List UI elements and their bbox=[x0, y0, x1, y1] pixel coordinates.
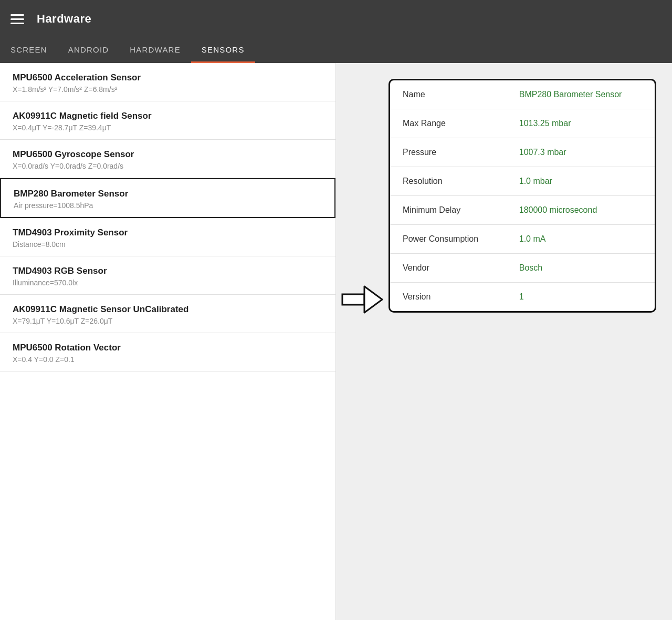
detail-row: Vendor Bosch bbox=[390, 254, 655, 283]
detail-row: Power Consumption 1.0 mA bbox=[390, 225, 655, 254]
sensor-name: TMD4903 RGB Sensor bbox=[13, 266, 323, 276]
detail-card: Name BMP280 Barometer Sensor Max Range 1… bbox=[388, 79, 656, 313]
detail-label: Name bbox=[390, 80, 507, 109]
detail-row: Pressure 1007.3 mbar bbox=[390, 138, 655, 167]
sensor-value: Distance=8.0cm bbox=[13, 240, 323, 249]
detail-value: 1 bbox=[507, 283, 655, 312]
sensor-value: Air pressure=1008.5hPa bbox=[14, 201, 322, 210]
detail-label: Vendor bbox=[390, 254, 507, 283]
sensor-name: MPU6500 Acceleration Sensor bbox=[13, 73, 323, 83]
sensor-list-item[interactable]: MPU6500 Gyroscope Sensor X=0.0rad/s Y=0.… bbox=[0, 140, 335, 178]
tabs-bar: SCREEN ANDROID HARDWARE SENSORS bbox=[0, 38, 672, 63]
sensor-list-item[interactable]: TMD4903 Proximity Sensor Distance=8.0cm bbox=[0, 218, 335, 256]
tab-screen[interactable]: SCREEN bbox=[0, 38, 58, 63]
sensor-name: MPU6500 Rotation Vector bbox=[13, 343, 323, 353]
arrow-container bbox=[336, 63, 388, 620]
detail-value: 1.0 mbar bbox=[507, 167, 655, 196]
detail-value: 1007.3 mbar bbox=[507, 138, 655, 167]
detail-value: 180000 microsecond bbox=[507, 196, 655, 225]
sensor-name: AK09911C Magnetic Sensor UnCalibrated bbox=[13, 304, 323, 315]
sensor-name: BMP280 Barometer Sensor bbox=[14, 189, 322, 199]
topbar: Hardware bbox=[0, 0, 672, 38]
sensor-value: Illuminance=570.0lx bbox=[13, 278, 323, 287]
detail-table: Name BMP280 Barometer Sensor Max Range 1… bbox=[390, 80, 655, 311]
svg-rect-0 bbox=[342, 294, 364, 305]
detail-row: Name BMP280 Barometer Sensor bbox=[390, 80, 655, 109]
detail-label: Minimum Delay bbox=[390, 196, 507, 225]
detail-label: Pressure bbox=[390, 138, 507, 167]
sensor-value: X=0.4μT Y=-28.7μT Z=39.4μT bbox=[13, 123, 323, 132]
detail-value: 1.0 mA bbox=[507, 225, 655, 254]
sensor-name: TMD4903 Proximity Sensor bbox=[13, 228, 323, 238]
detail-row: Max Range 1013.25 mbar bbox=[390, 109, 655, 138]
sensor-name: MPU6500 Gyroscope Sensor bbox=[13, 149, 323, 160]
detail-label: Power Consumption bbox=[390, 225, 507, 254]
sensor-name: AK09911C Magnetic field Sensor bbox=[13, 111, 323, 121]
sensor-value: X=0.0rad/s Y=0.0rad/s Z=0.0rad/s bbox=[13, 162, 323, 170]
detail-row: Version 1 bbox=[390, 283, 655, 312]
sensor-list-item[interactable]: AK09911C Magnetic field Sensor X=0.4μT Y… bbox=[0, 101, 335, 140]
menu-button[interactable] bbox=[10, 14, 24, 24]
detail-value: BMP280 Barometer Sensor bbox=[507, 80, 655, 109]
sensor-list-item[interactable]: MPU6500 Rotation Vector X=0.4 Y=0.0 Z=0.… bbox=[0, 333, 335, 371]
sensor-list-item[interactable]: TMD4903 RGB Sensor Illuminance=570.0lx bbox=[0, 256, 335, 295]
sensor-list-item[interactable]: MPU6500 Acceleration Sensor X=1.8m/s² Y=… bbox=[0, 63, 335, 101]
sensor-list-item[interactable]: BMP280 Barometer Sensor Air pressure=100… bbox=[0, 178, 335, 218]
topbar-title: Hardware bbox=[37, 12, 91, 26]
sensor-value: X=79.1μT Y=10.6μT Z=26.0μT bbox=[13, 317, 323, 325]
detail-row: Resolution 1.0 mbar bbox=[390, 167, 655, 196]
svg-marker-1 bbox=[364, 286, 382, 313]
detail-label: Version bbox=[390, 283, 507, 312]
tab-android[interactable]: ANDROID bbox=[58, 38, 120, 63]
right-section: Name BMP280 Barometer Sensor Max Range 1… bbox=[388, 63, 672, 620]
detail-label: Resolution bbox=[390, 167, 507, 196]
detail-arrow-icon bbox=[341, 284, 383, 315]
tab-hardware[interactable]: HARDWARE bbox=[119, 38, 191, 63]
main-content: MPU6500 Acceleration Sensor X=1.8m/s² Y=… bbox=[0, 63, 672, 620]
sensor-list: MPU6500 Acceleration Sensor X=1.8m/s² Y=… bbox=[0, 63, 336, 620]
sensor-value: X=0.4 Y=0.0 Z=0.1 bbox=[13, 355, 323, 364]
detail-value: Bosch bbox=[507, 254, 655, 283]
detail-label: Max Range bbox=[390, 109, 507, 138]
tab-sensors[interactable]: SENSORS bbox=[191, 38, 255, 63]
detail-value: 1013.25 mbar bbox=[507, 109, 655, 138]
sensor-value: X=1.8m/s² Y=7.0m/s² Z=6.8m/s² bbox=[13, 85, 323, 94]
sensor-list-item[interactable]: AK09911C Magnetic Sensor UnCalibrated X=… bbox=[0, 295, 335, 333]
detail-row: Minimum Delay 180000 microsecond bbox=[390, 196, 655, 225]
